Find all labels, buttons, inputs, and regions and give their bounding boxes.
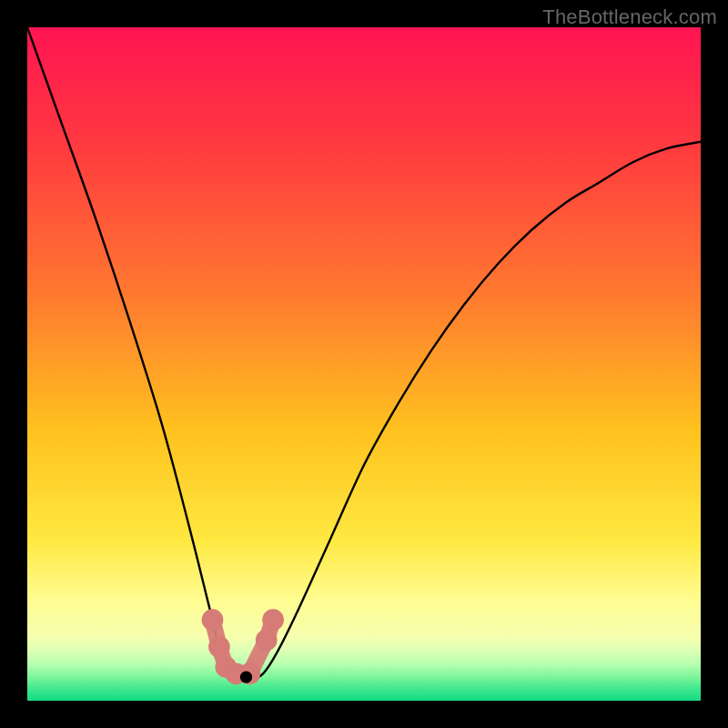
curve-marker [208, 636, 230, 658]
watermark-text: TheBottleneck.com [542, 5, 717, 29]
curve-marker [202, 609, 224, 631]
curve-marker [256, 630, 278, 652]
curve-layer [27, 27, 701, 701]
chart-frame: TheBottleneck.com [0, 0, 728, 728]
plot-area [27, 27, 701, 701]
minimum-marker [240, 671, 252, 682]
curve-markers [202, 609, 284, 684]
bottleneck-curve [27, 27, 701, 682]
curve-marker [262, 609, 284, 631]
